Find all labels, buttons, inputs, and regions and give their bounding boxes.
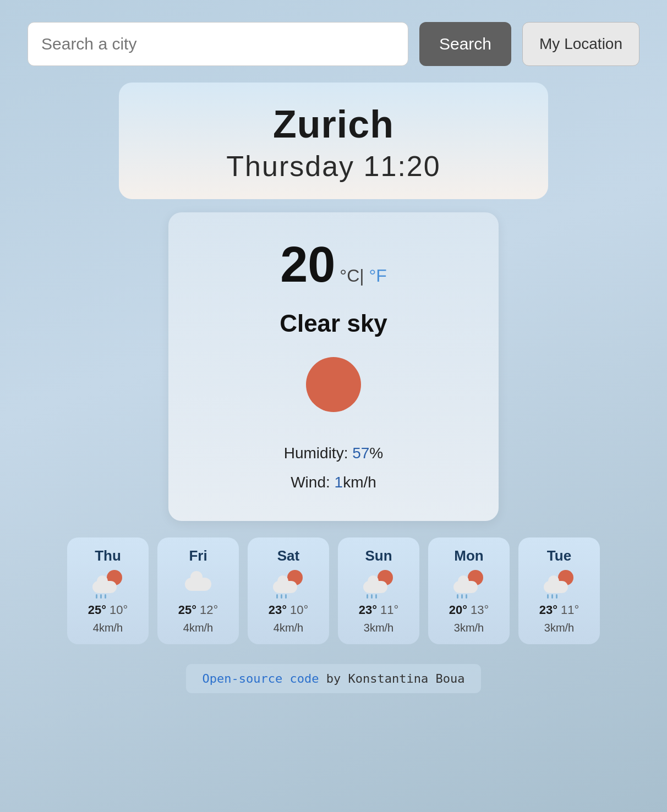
forecast-row: Thu 25° 10°4km/hFri 25° 12°4km/hSat <box>67 537 600 644</box>
celsius-unit[interactable]: °C <box>340 266 359 286</box>
forecast-wind: 4km/h <box>274 622 303 634</box>
humidity-unit: % <box>369 445 383 462</box>
forecast-card: Mon 20° 13°3km/h <box>428 537 510 644</box>
forecast-icon <box>542 569 577 599</box>
city-datetime: Thursday 11:20 <box>141 150 526 183</box>
forecast-card: Sat 23° 10°4km/h <box>248 537 329 644</box>
forecast-temps: 25° 10° <box>88 603 128 617</box>
forecast-day: Fri <box>189 547 207 564</box>
temperature-row: 20 °C| °F <box>190 237 477 293</box>
forecast-wind: 3km/h <box>454 622 484 634</box>
forecast-temps: 23° 10° <box>269 603 309 617</box>
forecast-card: Sun 23° 11°3km/h <box>338 537 419 644</box>
forecast-day: Mon <box>454 547 483 564</box>
footer-suffix: by Konstantina Boua <box>319 672 465 685</box>
forecast-wind: 4km/h <box>183 622 213 634</box>
forecast-card: Fri 25° 12°4km/h <box>157 537 239 644</box>
fahrenheit-unit[interactable]: °F <box>369 266 386 286</box>
search-input[interactable] <box>28 22 408 66</box>
footer: Open-source code by Konstantina Boua <box>186 664 482 693</box>
header-row: Search My Location <box>28 22 639 66</box>
humidity-value: 57 <box>352 445 369 462</box>
wind-row: Wind: 1km/h <box>190 468 477 497</box>
forecast-wind: 4km/h <box>93 622 123 634</box>
forecast-card: Tue 23° 11°3km/h <box>518 537 600 644</box>
location-button[interactable]: My Location <box>522 22 639 66</box>
forecast-icon <box>181 569 216 599</box>
forecast-day: Thu <box>95 547 121 564</box>
footer-link[interactable]: Open-source code <box>203 672 319 685</box>
wind-value: 1 <box>335 474 343 491</box>
forecast-temps: 25° 12° <box>178 603 218 617</box>
forecast-day: Tue <box>547 547 571 564</box>
search-button[interactable]: Search <box>419 22 511 66</box>
city-card: Zurich Thursday 11:20 <box>119 83 548 199</box>
forecast-icon <box>361 569 396 599</box>
forecast-temps: 23° 11° <box>539 603 579 617</box>
forecast-temps: 20° 13° <box>449 603 489 617</box>
forecast-day: Sat <box>277 547 299 564</box>
forecast-temps: 23° 11° <box>359 603 399 617</box>
city-name: Zurich <box>141 102 526 146</box>
humidity-label: Humidity: <box>284 445 348 462</box>
forecast-icon <box>90 569 125 599</box>
sun-icon <box>306 357 361 412</box>
wind-unit: km/h <box>343 474 376 491</box>
forecast-wind: 3km/h <box>364 622 393 634</box>
weather-details: Humidity: 57% Wind: 1km/h <box>190 438 477 497</box>
condition-text: Clear sky <box>190 310 477 337</box>
temperature-value: 20 <box>280 237 335 293</box>
forecast-wind: 3km/h <box>544 622 574 634</box>
humidity-row: Humidity: 57% <box>190 438 477 468</box>
forecast-icon <box>271 569 306 599</box>
wind-label: Wind: <box>291 474 330 491</box>
forecast-icon <box>451 569 486 599</box>
temperature-units: °C| °F <box>340 266 386 286</box>
weather-card: 20 °C| °F Clear sky Humidity: 57% Wind: … <box>168 212 499 521</box>
forecast-day: Sun <box>365 547 392 564</box>
forecast-card: Thu 25° 10°4km/h <box>67 537 149 644</box>
